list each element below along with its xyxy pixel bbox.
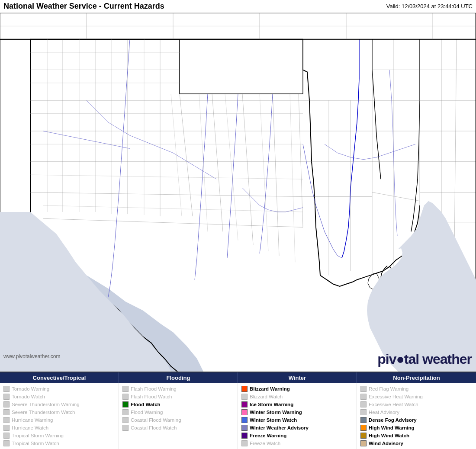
label-tornado-watch: Tornado Watch [12,394,45,399]
map-svg [0,13,476,372]
label-tropical-storm-watch: Tropical Storm Watch [12,441,59,446]
label-freeze-watch: Freeze Watch [250,441,280,446]
list-item: Coastal Flood Watch [122,424,234,432]
list-item: Severe Thunderstorm Warning [3,401,115,408]
list-item: Winter Storm Watch [241,416,353,424]
label-coastal-flood-watch: Coastal Flood Watch [131,425,177,430]
swatch-blizzard-warning [241,386,248,392]
label-heat-advisory: Heat Advisory [369,410,399,415]
label-hurricane-watch: Hurricane Watch [12,425,48,430]
legend-col-winter: Blizzard Warning Blizzard Watch Ice Stor… [238,383,357,449]
list-item: High Wind Watch [360,432,473,439]
label-flash-flood-warning: Flash Flood Warning [131,386,177,391]
label-flash-flood-watch: Flash Flood Watch [131,394,172,399]
label-winter-weather-advisory: Winter Weather Advisory [250,425,309,430]
list-item: Coastal Flood Warning [122,416,234,424]
list-item: Flash Flood Watch [122,393,234,401]
list-item: Tropical Storm Warning [3,432,115,439]
label-ice-storm-warning: Ice Storm Warning [250,402,293,407]
list-item: Severe Thunderstorm Watch [3,408,115,416]
valid-time: Valid: 12/03/2024 at 23:44:04 UTC [386,3,473,10]
swatch-high-wind-warning [360,425,367,431]
label-tornado-warning: Tornado Warning [12,386,49,391]
label-wind-advisory: Wind Advisory [369,441,403,446]
swatch-freeze-warning [241,433,248,439]
list-item: Freeze Warning [241,432,353,439]
swatch-winter-storm-watch [241,417,248,423]
label-dense-fog-advisory: Dense Fog Advisory [369,417,417,423]
list-item: Hurricane Warning [3,416,115,424]
label-coastal-flood-warning: Coastal Flood Warning [131,417,181,423]
list-item: Flood Warning [122,408,234,416]
legend-col-nonprecip: Red Flag Warning Excessive Heat Warning … [357,383,476,449]
legend: Convective/Tropical Flooding Winter Non-… [0,372,476,449]
brand-dot: ● [396,351,404,367]
swatch-severe-ts-warning [3,401,10,407]
swatch-heat-advisory [360,409,367,415]
list-item: Tornado Watch [3,393,115,401]
swatch-tornado-watch [3,394,10,400]
swatch-flood-warning [122,409,129,415]
list-item: Winter Weather Advisory [241,424,353,432]
label-flood-warning: Flood Warning [131,410,163,415]
label-excessive-heat-warning: Excessive Heat Warning [369,394,423,399]
swatch-ice-storm-warning [241,401,248,407]
swatch-tropical-storm-watch [3,440,10,446]
label-freeze-warning: Freeze Warning [250,433,286,438]
swatch-red-flag-warning [360,386,367,392]
swatch-winter-storm-warning [241,409,248,415]
label-red-flag-warning: Red Flag Warning [369,386,408,391]
watermark-url: www.pivotalweather.com [3,353,60,359]
swatch-excessive-heat-watch [360,401,367,407]
legend-headers: Convective/Tropical Flooding Winter Non-… [0,372,476,383]
label-high-wind-watch: High Wind Watch [369,433,409,438]
list-item: Tropical Storm Watch [3,439,115,447]
label-winter-storm-warning: Winter Storm Warning [250,410,302,415]
list-item: Freeze Watch [241,439,353,447]
swatch-freeze-watch [241,440,248,446]
label-blizzard-warning: Blizzard Warning [250,386,290,391]
list-item: Flash Flood Warning [122,385,234,393]
label-flood-watch: Flood Watch [131,402,161,407]
list-item: High Wind Warning [360,424,473,432]
list-item: Heat Advisory [360,408,473,416]
category-flooding: Flooding [119,372,238,383]
brand-watermark: piv●tal weather [377,351,472,367]
list-item: Tornado Warning [3,385,115,393]
page-title: National Weather Service - Current Hazar… [3,2,164,11]
category-convective: Convective/Tropical [0,372,119,383]
swatch-coastal-flood-warning [122,417,129,423]
legend-col-flooding: Flash Flood Warning Flash Flood Watch Fl… [119,383,238,449]
header: National Weather Service - Current Hazar… [0,0,476,13]
swatch-flood-watch [122,401,129,407]
swatch-winter-weather-advisory [241,425,248,431]
swatch-excessive-heat-warning [360,394,367,400]
category-winter: Winter [238,372,357,383]
label-severe-ts-watch: Severe Thunderstorm Watch [12,410,75,415]
label-high-wind-warning: High Wind Warning [369,425,415,430]
map-area: www.pivotalweather.com piv●tal weather [0,13,476,372]
brand-text-1: piv [377,351,396,367]
swatch-wind-advisory [360,440,367,446]
swatch-flash-flood-watch [122,394,129,400]
legend-items: Tornado Warning Tornado Watch Severe Thu… [0,383,476,449]
category-nonprecip: Non-Precipitation [357,372,476,383]
list-item: Hurricane Watch [3,424,115,432]
swatch-tropical-storm-warning [3,433,10,439]
swatch-tornado-warning [3,386,10,392]
swatch-dense-fog-advisory [360,417,367,423]
list-item: Red Flag Warning [360,385,473,393]
list-item: Wind Advisory [360,439,473,447]
swatch-flash-flood-warning [122,386,129,392]
legend-col-convective: Tornado Warning Tornado Watch Severe Thu… [0,383,119,449]
list-item: Flood Watch [122,401,234,408]
label-blizzard-watch: Blizzard Watch [250,394,283,399]
label-winter-storm-watch: Winter Storm Watch [250,417,297,423]
swatch-coastal-flood-watch [122,425,129,431]
list-item: Blizzard Warning [241,385,353,393]
label-tropical-storm-warning: Tropical Storm Warning [12,433,64,438]
swatch-hurricane-watch [3,425,10,431]
list-item: Ice Storm Warning [241,401,353,408]
label-excessive-heat-watch: Excessive Heat Watch [369,402,418,407]
list-item: Dense Fog Advisory [360,416,473,424]
